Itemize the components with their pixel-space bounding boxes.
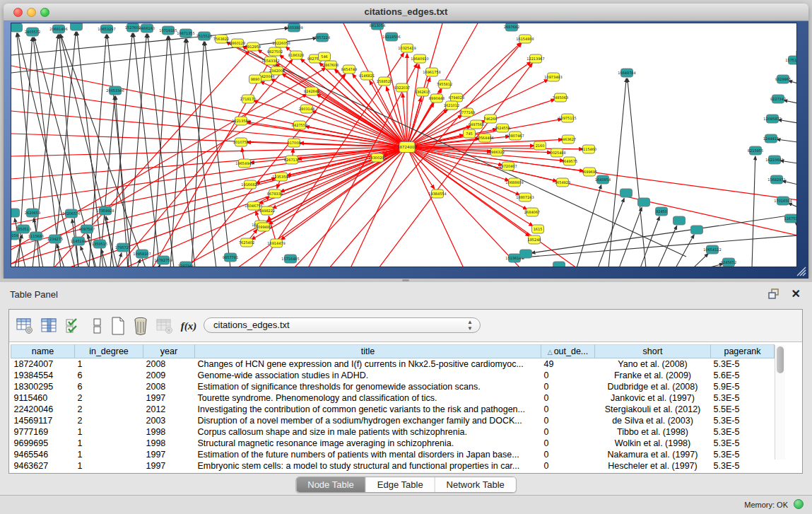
cell-pagerank[interactable]: 5.5E-5 <box>711 404 775 415</box>
table-row[interactable]: 946362711997Embryonic stem cells: a mode… <box>11 460 775 472</box>
cell-title[interactable]: Structural magnetic resonance image aver… <box>195 438 541 449</box>
memory-ok-icon[interactable] <box>794 499 804 509</box>
cell-title[interactable]: Disruption of a novel member of a sodium… <box>195 415 541 426</box>
cell-name[interactable]: 9465546 <box>11 449 75 460</box>
cell-short[interactable]: Jankovic et al. (1997) <box>595 392 711 404</box>
graph-node[interactable] <box>553 262 565 267</box>
cell-title[interactable]: Changes of HCN gene expression and I(f) … <box>195 358 541 370</box>
cell-year[interactable]: 1997 <box>143 460 195 472</box>
cell-short[interactable]: Yano et al. (2008) <box>595 358 711 370</box>
column-header-name[interactable]: name <box>11 345 75 358</box>
cell-pagerank[interactable]: 5.3E-5 <box>711 426 775 438</box>
table-row[interactable]: 1456911722003Disruption of a novel membe… <box>11 415 775 426</box>
column-header-short[interactable]: short <box>595 345 711 358</box>
graph-node[interactable] <box>71 23 83 30</box>
graph-node[interactable] <box>638 198 650 206</box>
graph-node[interactable] <box>673 216 686 225</box>
cell-short[interactable]: Tibbo et al. (1998) <box>595 426 711 438</box>
cell-title[interactable]: Investigating the contribution of common… <box>195 404 541 415</box>
cell-in_degree[interactable]: 1 <box>75 460 143 472</box>
cell-out_degree[interactable]: 0 <box>541 392 595 404</box>
tab-node-table[interactable]: Node Table <box>296 477 366 492</box>
table-row[interactable]: 969969511998Structural magnetic resonanc… <box>11 438 775 449</box>
cell-short[interactable]: Nakamura et al. (1997) <box>595 449 711 460</box>
table-row[interactable]: 946554611997Estimation of the future num… <box>11 449 775 460</box>
cell-in_degree[interactable]: 2 <box>75 415 143 426</box>
cell-year[interactable]: 2008 <box>143 381 195 392</box>
cell-pagerank[interactable]: 5.3E-5 <box>711 358 775 370</box>
cell-short[interactable]: Dudbridge et al. (2008) <box>595 381 711 392</box>
cell-name[interactable]: 9777169 <box>11 426 75 438</box>
table-row[interactable]: 1872400712008Changes of HCN gene express… <box>11 358 775 370</box>
column-visibility-icon[interactable] <box>39 316 59 336</box>
select-columns-icon[interactable] <box>63 316 83 336</box>
cell-title[interactable]: Genome-wide association studies in ADHD. <box>195 370 541 381</box>
cell-out_degree[interactable]: 0 <box>541 449 595 460</box>
cell-year[interactable]: 1998 <box>143 426 195 438</box>
table-row[interactable]: 911546021997Tourette syndrome. Phenomeno… <box>11 392 775 404</box>
cell-pagerank[interactable]: 5.3E-5 <box>711 460 775 472</box>
graph-node[interactable] <box>520 250 532 258</box>
window-titlebar[interactable]: citations_edges.txt <box>4 4 808 21</box>
cell-in_degree[interactable]: 2 <box>75 392 143 404</box>
cell-pagerank[interactable]: 5.3E-5 <box>711 415 775 426</box>
cell-in_degree[interactable]: 6 <box>75 381 143 392</box>
column-header-pagerank[interactable]: pagerank <box>711 345 775 358</box>
cell-out_degree[interactable]: 0 <box>541 381 595 392</box>
table-mode-icon[interactable] <box>15 316 35 336</box>
network-canvas[interactable]: 1872400775638228860128591295413226058982… <box>11 23 797 267</box>
cell-short[interactable]: de Silva et al. (2003) <box>595 415 711 426</box>
cell-name[interactable]: 18300295 <box>11 381 75 392</box>
column-header-out_de[interactable]: △out_de... <box>541 345 595 358</box>
graph-node[interactable] <box>691 226 703 234</box>
cell-short[interactable]: Hescheler et al. (1997) <box>595 460 711 472</box>
table-scrollbar[interactable] <box>775 345 785 460</box>
table-select-dropdown[interactable]: citations_edges.txt ▲▼ <box>204 317 481 333</box>
cell-name[interactable]: 14569117 <box>11 415 75 426</box>
column-header-title[interactable]: title <box>195 345 541 358</box>
cell-in_degree[interactable]: 1 <box>75 358 143 370</box>
cell-title[interactable]: Estimation of the future numbers of pati… <box>195 449 541 460</box>
cell-name[interactable]: 9699695 <box>11 438 75 449</box>
cell-in_degree[interactable]: 2 <box>75 404 143 415</box>
cell-short[interactable]: Franke et al. (2009) <box>595 370 711 381</box>
cell-name[interactable]: 19384554 <box>11 370 75 381</box>
cell-out_degree[interactable]: 0 <box>541 370 595 381</box>
cell-in_degree[interactable]: 1 <box>75 438 143 449</box>
cell-title[interactable]: Embryonic stem cells: a model to study s… <box>195 460 541 472</box>
table-row[interactable]: 977716911998Corpus callosum shape and si… <box>11 426 775 438</box>
cell-pagerank[interactable]: 5.3E-5 <box>711 438 775 449</box>
cell-name[interactable]: 18724007 <box>11 358 75 370</box>
table-row[interactable]: 1938455462009Genome-wide association stu… <box>11 370 775 381</box>
cell-name[interactable]: 22420046 <box>11 404 75 415</box>
cell-year[interactable]: 1997 <box>143 449 195 460</box>
cell-pagerank[interactable]: 5.3E-5 <box>711 392 775 404</box>
cell-in_degree[interactable]: 6 <box>75 370 143 381</box>
node-attribute-table[interactable]: namein_degreeyeartitle△out_de...shortpag… <box>11 344 775 472</box>
cell-pagerank[interactable]: 5.9E-5 <box>711 381 775 392</box>
cell-out_degree[interactable]: 0 <box>541 404 595 415</box>
graph-node[interactable] <box>11 209 20 217</box>
cell-short[interactable]: Stergiakouli et al. (2012) <box>595 404 711 415</box>
cell-year[interactable]: 2009 <box>143 370 195 381</box>
column-header-in_degree[interactable]: in_degree <box>75 345 143 358</box>
cell-year[interactable]: 2012 <box>143 404 195 415</box>
delete-column-icon[interactable] <box>131 316 151 336</box>
row-height-icon[interactable] <box>87 316 107 336</box>
cell-title[interactable]: Estimation of significance thresholds fo… <box>195 381 541 392</box>
citation-graph[interactable]: 1872400775638228860128591295413226058982… <box>11 23 797 267</box>
float-panel-icon[interactable] <box>768 288 781 300</box>
resize-grip-icon[interactable] <box>795 265 806 276</box>
cell-out_degree[interactable]: 0 <box>541 426 595 438</box>
column-header-year[interactable]: year <box>143 345 195 358</box>
cell-year[interactable]: 1998 <box>143 438 195 449</box>
cell-title[interactable]: Corpus callosum shape and size in male p… <box>195 426 541 438</box>
table-row[interactable]: 1830029562008Estimation of significance … <box>11 381 775 392</box>
cell-in_degree[interactable]: 1 <box>75 426 143 438</box>
cell-out_degree[interactable]: 0 <box>541 415 595 426</box>
cell-pagerank[interactable]: 5.3E-5 <box>711 449 775 460</box>
graph-node[interactable] <box>620 189 632 197</box>
close-panel-icon[interactable]: ✕ <box>792 287 801 300</box>
cell-year[interactable]: 2003 <box>143 415 195 426</box>
new-column-icon[interactable] <box>108 316 128 336</box>
